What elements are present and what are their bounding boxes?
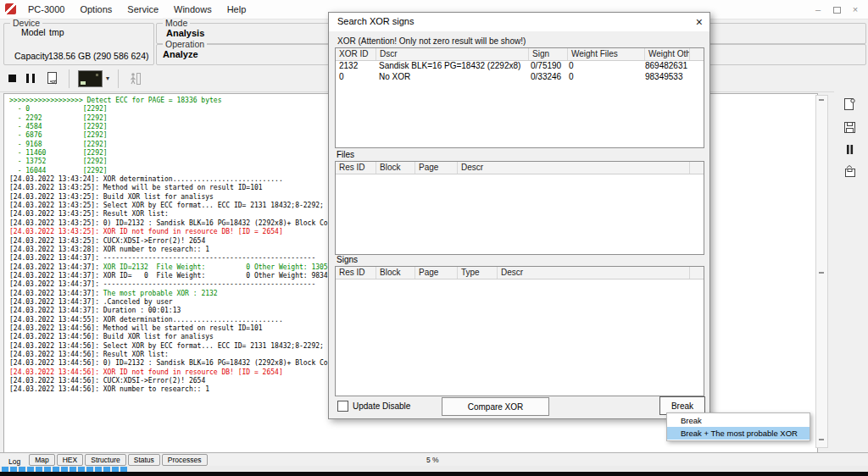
xor-table-header[interactable]: XOR IDDscrSignWeight FilesWeight Other [336, 48, 704, 61]
menu-item[interactable]: Service [120, 0, 166, 19]
app-window: { "colors":{"log_green":"#008800","log_r… [0, 0, 868, 476]
table-row[interactable]: 2132 Sandisk BLK=16 PG=18432 (2292x8) 0/… [336, 61, 704, 72]
app-logo-icon [5, 3, 16, 14]
menu-items: PC-3000OptionsServiceWindowsHelp [20, 0, 253, 19]
window-close-button[interactable]: × [846, 0, 865, 19]
column-header[interactable]: Res ID [336, 162, 376, 174]
chevron-down-icon[interactable]: ▾ [106, 75, 109, 82]
column-header[interactable]: Weight Other [645, 48, 690, 60]
pause-icon [26, 74, 29, 83]
view-tab[interactable]: Status [128, 454, 160, 466]
column-header[interactable]: Res ID [336, 267, 376, 279]
model-label: Model [21, 27, 46, 37]
window-minimize-button[interactable]: – [809, 0, 827, 19]
taskbar-strip [0, 472, 868, 476]
exit-person-icon [127, 71, 142, 86]
window-restore-button[interactable] [827, 0, 846, 19]
progress-segment [44, 467, 51, 472]
compare-xor-button[interactable]: Compare XOR [442, 397, 549, 416]
scrollbar-mark [819, 99, 824, 101]
log-message: .Canceled by user [103, 298, 173, 306]
view-tabs: LogMapHEXStructureStatusProcesses [7, 454, 209, 466]
log-message: CUCX:XDSI->Error(2)! 2654 [103, 237, 205, 245]
restore-icon [833, 7, 841, 14]
column-header[interactable]: Descr [458, 162, 690, 174]
cell-xor-id: 2132 [336, 61, 376, 72]
export-log-button[interactable] [842, 97, 858, 113]
update-disable-checkbox[interactable] [337, 401, 348, 412]
files-table[interactable]: Res IDBlockPageDescr [335, 161, 704, 255]
log-message: XOR number to research:: 1 [103, 246, 209, 253]
pause-icon [842, 141, 858, 158]
menu-item[interactable]: Help [220, 0, 254, 19]
log-timestamp: [24.03.2022 13:44:56]: [9, 324, 103, 332]
column-header[interactable]: Sign [529, 48, 568, 60]
xor-table[interactable]: XOR IDDscrSignWeight FilesWeight Other 2… [335, 47, 704, 148]
view-tab[interactable]: Log [7, 456, 27, 466]
view-tab[interactable]: Map [29, 454, 55, 466]
view-tab[interactable]: Structure [85, 454, 126, 466]
log-timestamp: [24.03.2022 13:43:25]: [9, 193, 103, 201]
report-button[interactable] [45, 69, 60, 89]
table-row[interactable]: 0 No XOR 0/33246 0 98349533 [336, 72, 704, 83]
column-header[interactable]: Dscr [376, 48, 529, 60]
stop-button[interactable] [8, 69, 16, 89]
progress-segment [2, 467, 8, 472]
dialog-close-button[interactable]: × [696, 14, 703, 30]
menu-item[interactable]: Options [72, 0, 120, 19]
progress-segment [103, 467, 110, 472]
view-tab[interactable]: HEX [57, 454, 83, 466]
pause-icon [32, 74, 35, 83]
signs-table[interactable]: Res IDBlockPageTypeDescr [335, 266, 704, 396]
log-timestamp: [24.03.2022 13:44:37]: [9, 298, 103, 306]
exit-button [127, 69, 142, 89]
column-header[interactable]: Block [376, 267, 415, 279]
operation-panel-label: Operation [163, 39, 207, 49]
log-message: - 4584 [2292] [9, 123, 108, 130]
save-log-button[interactable] [842, 119, 858, 136]
log-message: - 13752 [2292] [9, 158, 108, 165]
signs-table-header[interactable]: Res IDBlockPageTypeDescr [336, 267, 704, 280]
column-header[interactable]: XOR ID [336, 48, 376, 60]
menu-item[interactable]: Windows [166, 0, 220, 19]
pause-button[interactable] [25, 69, 36, 89]
dialog-titlebar[interactable]: Search XOR signs × [329, 13, 709, 31]
menu-item[interactable]: PC-3000 [20, 0, 72, 19]
column-header-stub [690, 162, 704, 174]
log-message: - 16044 [2292] [9, 167, 108, 174]
model-value: tmp [49, 27, 64, 37]
log-message: Duration : 00:01:13 [103, 307, 181, 314]
files-table-header[interactable]: Res IDBlockPageDescr [336, 162, 704, 174]
log-message: XOR ID= 0 File Weight: 0 Other Weight: 9… [103, 272, 340, 280]
scrollbar-mark [819, 272, 824, 274]
progress-segment [112, 467, 119, 472]
log-timestamp: [24.03.2022 13:43:25]: [9, 184, 103, 191]
log-message: >>>>>>>>>>>>>>>>>> Detect ECC for PAGE =… [9, 97, 221, 104]
column-header[interactable]: Descr [498, 267, 690, 279]
column-header[interactable]: Page [415, 162, 458, 174]
column-header[interactable]: Type [458, 267, 498, 279]
progress-segment [78, 467, 85, 472]
menu-option[interactable]: Break [667, 414, 810, 427]
progress-segment [36, 467, 42, 472]
view-tab[interactable]: Processes [162, 454, 208, 466]
map-preview-button[interactable]: ▾ [78, 69, 109, 89]
capacity-label: Capacity [14, 51, 49, 61]
column-header[interactable]: Page [415, 267, 458, 279]
column-header[interactable]: Block [376, 162, 415, 174]
log-vertical-scrollbar[interactable] [815, 95, 828, 448]
progress-segment [19, 467, 25, 472]
progress-segment [27, 467, 34, 472]
menu-option[interactable]: Break + The most probable XOR [667, 427, 810, 440]
floppy-save-icon [842, 119, 858, 136]
pause-log-button[interactable] [842, 141, 858, 158]
progress-segment [10, 467, 17, 472]
column-header[interactable]: Weight Files [568, 48, 645, 60]
toolbar-separator [69, 69, 70, 88]
progress-bar [0, 466, 868, 472]
break-dropdown-menu: BreakBreak + The most probable XOR [666, 412, 810, 441]
load-log-button[interactable] [842, 163, 858, 180]
log-message: XOR ID not found in resource DB! [ID = 2… [103, 228, 283, 235]
progress-segment [61, 467, 68, 472]
log-timestamp: [24.03.2022 13:43:24]: [9, 175, 103, 183]
